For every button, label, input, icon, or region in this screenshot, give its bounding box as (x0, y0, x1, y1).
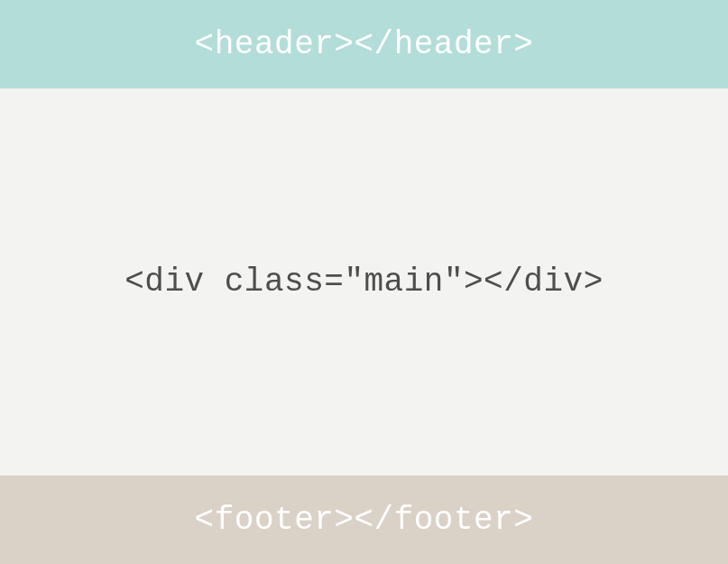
main-code-label: <div class="main"></div> (124, 264, 603, 300)
header-section: <header></header> (0, 0, 728, 88)
main-section: <div class="main"></div> (0, 88, 728, 476)
header-code-label: <header></header> (195, 26, 534, 63)
footer-section: <footer></footer> (0, 476, 728, 564)
footer-code-label: <footer></footer> (195, 502, 534, 539)
